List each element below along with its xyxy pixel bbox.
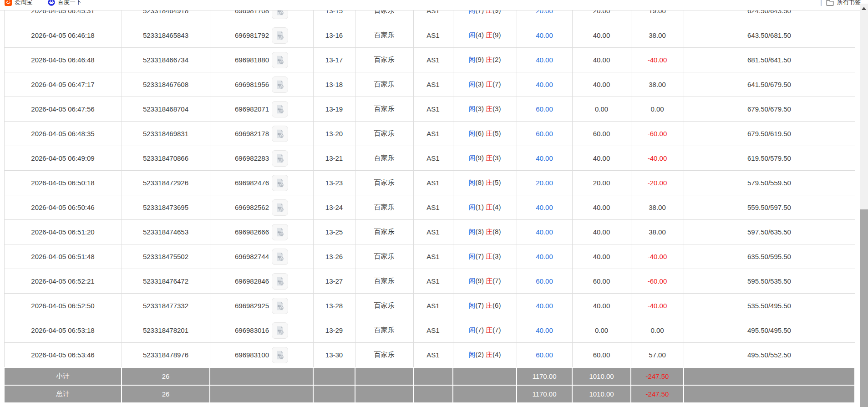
bet-amount-link[interactable]: 40.00 bbox=[536, 326, 553, 334]
winloss-cell: 38.00 bbox=[631, 195, 684, 220]
time-cell: 2026-04-05 06:49:09 bbox=[4, 146, 122, 171]
record-row: 2026-04-05 06:52:21523318476472696982846… bbox=[4, 269, 855, 294]
round-id: 696981792 bbox=[235, 31, 269, 39]
bet-time: 2026-04-05 06:46:18 bbox=[31, 31, 94, 39]
order-id: 523318473695 bbox=[143, 204, 188, 211]
round-cell: 696982562 bbox=[210, 195, 313, 220]
shoe-round: 13-20 bbox=[325, 130, 343, 137]
summary-winloss-cell: -247.50 bbox=[631, 367, 684, 385]
video-replay-button[interactable] bbox=[272, 175, 288, 191]
video-replay-icon bbox=[275, 129, 285, 139]
banker-label: 庄 bbox=[486, 351, 492, 358]
summary-empty-cell bbox=[313, 385, 355, 403]
video-replay-button[interactable] bbox=[272, 199, 288, 216]
round-id: 696981708 bbox=[235, 10, 269, 15]
valid-bet-cell: 40.00 bbox=[572, 146, 631, 171]
time-cell: 2026-04-05 06:48:35 bbox=[4, 122, 122, 146]
balance-before-after: 679.50/679.50 bbox=[747, 105, 791, 113]
bet-amount-link[interactable]: 20.00 bbox=[536, 179, 553, 187]
bet-amount-link[interactable]: 40.00 bbox=[536, 253, 553, 260]
bet-amount-cell: 40.00 bbox=[517, 294, 572, 318]
result-cell: 闲(1) 庄(4) bbox=[453, 195, 517, 220]
bet-amount-link[interactable]: 40.00 bbox=[536, 31, 553, 39]
summary-empty-cell bbox=[313, 367, 355, 385]
video-replay-button[interactable] bbox=[272, 322, 288, 339]
valid-bet: 20.00 bbox=[593, 179, 610, 187]
video-replay-button[interactable] bbox=[272, 273, 288, 290]
shoe-round-cell: 13-15 bbox=[313, 10, 355, 23]
game-type-cell: 百家乐 bbox=[355, 318, 413, 343]
player-points: (9) bbox=[476, 277, 484, 285]
balance-cell: 619.50/579.50 bbox=[684, 146, 855, 171]
bet-amount-link[interactable]: 40.00 bbox=[536, 302, 553, 310]
video-replay-button[interactable] bbox=[272, 52, 288, 68]
valid-bet-cell: 0.00 bbox=[572, 97, 631, 122]
video-replay-button[interactable] bbox=[272, 224, 288, 240]
banker-points: (9) bbox=[492, 31, 501, 39]
balance-cell: 595.50/535.50 bbox=[684, 269, 855, 294]
video-replay-button[interactable] bbox=[272, 101, 288, 117]
round-cell: 696982476 bbox=[210, 171, 313, 195]
bet-amount-cell: 40.00 bbox=[517, 146, 572, 171]
player-points: (8) bbox=[476, 178, 484, 186]
bet-amount-link[interactable]: 40.00 bbox=[536, 204, 553, 211]
video-replay-button[interactable] bbox=[272, 10, 288, 19]
video-replay-icon bbox=[275, 252, 285, 262]
table-name-cell: AS1 bbox=[413, 220, 453, 244]
game-type: 百家乐 bbox=[374, 252, 395, 260]
shoe-round: 13-18 bbox=[325, 81, 343, 88]
player-label: 闲 bbox=[469, 203, 476, 211]
video-replay-button[interactable] bbox=[272, 150, 288, 167]
result-cell: 闲(3) 庄(3) bbox=[453, 97, 517, 122]
valid-bet: 40.00 bbox=[593, 154, 610, 162]
table-name-cell: AS1 bbox=[413, 195, 453, 220]
order-id-cell: 523318473695 bbox=[122, 195, 210, 220]
table-name-cell: AS1 bbox=[413, 72, 453, 97]
record-row: 2026-04-05 06:51:20523318474653696982666… bbox=[4, 220, 855, 244]
bet-amount-link[interactable]: 60.00 bbox=[536, 130, 553, 137]
video-replay-button[interactable] bbox=[272, 126, 288, 142]
game-type: 百家乐 bbox=[374, 56, 395, 63]
bookmark-item-aitaobao[interactable]: 爱淘宝 bbox=[5, 0, 32, 6]
bet-amount-link[interactable]: 60.00 bbox=[536, 105, 553, 113]
bet-time: 2026-04-05 06:53:46 bbox=[31, 351, 94, 359]
valid-bet-cell: 60.00 bbox=[572, 269, 631, 294]
round-id: 696982925 bbox=[235, 302, 269, 310]
valid-bet-cell: 40.00 bbox=[572, 23, 631, 48]
video-replay-button[interactable] bbox=[272, 249, 288, 265]
winloss-cell: -40.00 bbox=[631, 146, 684, 171]
video-replay-button[interactable] bbox=[272, 347, 288, 363]
table-name: AS1 bbox=[426, 81, 439, 88]
bet-amount-link[interactable]: 20.00 bbox=[536, 10, 553, 15]
bet-amount-cell: 40.00 bbox=[517, 220, 572, 244]
round-id: 696982666 bbox=[235, 228, 269, 236]
winloss-value: 38.00 bbox=[649, 228, 666, 236]
video-replay-button[interactable] bbox=[272, 27, 288, 44]
bet-records-table: 2026-04-05 06:45:31523318464918696981708… bbox=[4, 10, 855, 403]
bet-amount-link[interactable]: 40.00 bbox=[536, 228, 553, 236]
bookmark-item-baidu[interactable]: 百度一下 bbox=[48, 0, 81, 6]
order-id: 523318469831 bbox=[143, 130, 188, 137]
all-bookmarks-button[interactable]: 所有书签 bbox=[826, 0, 861, 6]
scrollbar-thumb[interactable] bbox=[860, 209, 868, 407]
shoe-round-cell: 13-27 bbox=[313, 269, 355, 294]
round-cell: 696981880 bbox=[210, 48, 313, 72]
order-id-cell: 523318474653 bbox=[122, 220, 210, 244]
balance-cell: 495.50/495.50 bbox=[684, 318, 855, 343]
video-replay-button[interactable] bbox=[272, 298, 288, 314]
valid-bet: 60.00 bbox=[593, 130, 610, 137]
scrollbar-up-arrow-icon[interactable] bbox=[862, 7, 866, 10]
bet-amount-link[interactable]: 60.00 bbox=[536, 277, 553, 285]
banker-points: (5) bbox=[492, 129, 501, 137]
banker-points: (2) bbox=[492, 56, 501, 63]
video-replay-button[interactable] bbox=[272, 76, 288, 93]
bet-amount-link[interactable]: 60.00 bbox=[536, 351, 553, 359]
record-row: 2026-04-05 06:50:46523318473695696982562… bbox=[4, 195, 855, 220]
bet-amount-link[interactable]: 40.00 bbox=[536, 56, 553, 64]
time-cell: 2026-04-05 06:50:18 bbox=[4, 171, 122, 195]
summary-empty-cell bbox=[453, 367, 517, 385]
vertical-scrollbar[interactable] bbox=[860, 4, 868, 407]
summary-valid-cell: 1010.00 bbox=[572, 367, 631, 385]
bet-amount-link[interactable]: 40.00 bbox=[536, 81, 553, 88]
bet-amount-link[interactable]: 40.00 bbox=[536, 154, 553, 162]
